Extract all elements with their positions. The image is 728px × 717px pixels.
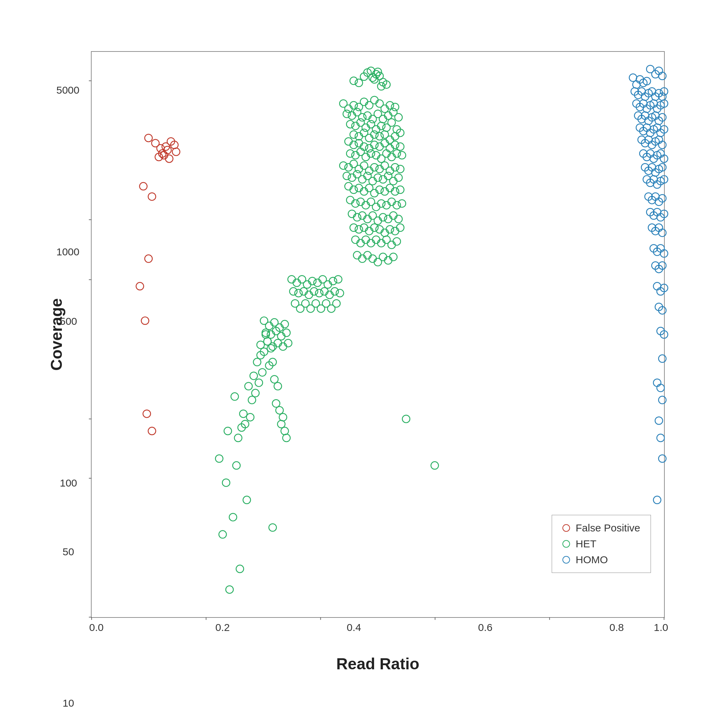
- legend-label-homo: HOMO: [575, 554, 608, 566]
- svg-point-19: [219, 531, 226, 538]
- svg-point-30: [269, 523, 277, 531]
- svg-point-140: [366, 167, 373, 174]
- svg-point-232: [315, 289, 323, 297]
- svg-point-197: [386, 225, 394, 233]
- svg-point-141: [370, 163, 378, 171]
- svg-point-208: [393, 237, 401, 245]
- svg-point-217: [288, 275, 295, 283]
- svg-point-180: [348, 210, 356, 217]
- svg-point-363: [657, 384, 664, 392]
- svg-point-207: [388, 241, 395, 249]
- svg-point-98: [372, 125, 380, 133]
- svg-point-24: [216, 455, 223, 462]
- svg-point-361: [659, 354, 666, 362]
- svg-point-163: [370, 189, 378, 197]
- svg-point-235: [331, 287, 338, 295]
- svg-point-111: [391, 132, 399, 140]
- svg-point-96: [362, 124, 370, 131]
- svg-point-31: [257, 341, 265, 348]
- svg-point-215: [384, 256, 392, 264]
- svg-point-122: [391, 141, 399, 149]
- svg-point-257: [283, 329, 291, 337]
- svg-point-170: [352, 199, 359, 207]
- svg-point-50: [246, 413, 254, 421]
- svg-point-118: [370, 141, 378, 149]
- svg-point-86: [364, 111, 371, 119]
- svg-point-168: [396, 186, 404, 194]
- svg-point-43: [255, 379, 263, 386]
- svg-point-124: [346, 150, 354, 157]
- svg-point-254: [267, 331, 275, 338]
- svg-point-49: [276, 406, 283, 414]
- svg-point-42: [271, 375, 278, 383]
- svg-point-174: [372, 203, 380, 211]
- svg-point-165: [381, 188, 388, 195]
- svg-point-267: [629, 73, 637, 81]
- svg-point-224: [324, 281, 332, 288]
- svg-point-164: [376, 186, 383, 194]
- x-tick-04: 0.4: [347, 622, 361, 633]
- y-tick-500: 500: [60, 316, 77, 327]
- legend-label-false-positive: False Positive: [575, 522, 640, 534]
- svg-point-80: [386, 101, 394, 109]
- svg-point-41: [250, 372, 257, 380]
- svg-point-64: [370, 75, 378, 83]
- x-tick-08: 0.8: [609, 622, 624, 633]
- y-tick-100: 100: [60, 477, 77, 489]
- svg-point-186: [379, 213, 387, 221]
- svg-point-157: [395, 174, 402, 182]
- svg-point-205: [378, 239, 385, 247]
- svg-point-128: [367, 150, 375, 157]
- svg-point-73: [350, 101, 358, 109]
- svg-point-169: [346, 196, 354, 203]
- x-axis-label: Read Ratio: [336, 654, 419, 673]
- svg-point-367: [659, 455, 666, 462]
- svg-point-131: [383, 150, 390, 157]
- svg-point-79: [381, 105, 388, 112]
- svg-point-72: [345, 105, 352, 112]
- svg-point-259: [269, 342, 277, 350]
- svg-point-101: [388, 119, 395, 126]
- svg-point-199: [396, 224, 404, 231]
- svg-point-121: [386, 145, 394, 152]
- svg-point-178: [393, 201, 401, 209]
- svg-point-346: [659, 229, 666, 236]
- svg-point-262: [284, 339, 292, 346]
- svg-point-236: [336, 289, 344, 297]
- svg-point-132: [388, 153, 395, 161]
- svg-point-116: [360, 143, 368, 150]
- svg-point-106: [366, 134, 373, 142]
- svg-point-160: [355, 184, 362, 192]
- svg-point-200: [352, 236, 359, 243]
- legend-circle-het: [563, 540, 570, 548]
- svg-point-365: [655, 417, 663, 424]
- svg-point-45: [274, 382, 282, 390]
- svg-point-16: [141, 317, 149, 325]
- svg-point-203: [367, 239, 375, 247]
- svg-point-281: [660, 87, 668, 95]
- svg-point-210: [358, 255, 366, 262]
- svg-point-77: [370, 96, 378, 104]
- svg-point-113: [345, 137, 352, 145]
- svg-point-172: [362, 201, 370, 209]
- svg-point-364: [659, 396, 666, 404]
- svg-point-36: [253, 358, 261, 366]
- svg-point-182: [358, 212, 366, 219]
- svg-point-159: [350, 186, 358, 194]
- svg-point-134: [398, 151, 406, 159]
- svg-point-313: [659, 141, 666, 149]
- svg-point-103: [350, 131, 358, 138]
- svg-point-136: [345, 163, 352, 171]
- svg-point-0: [145, 134, 153, 142]
- svg-point-57: [234, 434, 242, 442]
- y-tick-10: 10: [63, 697, 74, 709]
- svg-point-171: [357, 198, 364, 205]
- svg-point-177: [388, 198, 395, 205]
- svg-point-40: [258, 368, 266, 376]
- x-tick-06: 0.6: [478, 622, 492, 633]
- svg-point-260: [274, 339, 282, 346]
- svg-point-90: [384, 111, 392, 119]
- svg-point-166: [386, 184, 394, 192]
- svg-point-81: [391, 103, 399, 111]
- svg-point-144: [386, 167, 394, 174]
